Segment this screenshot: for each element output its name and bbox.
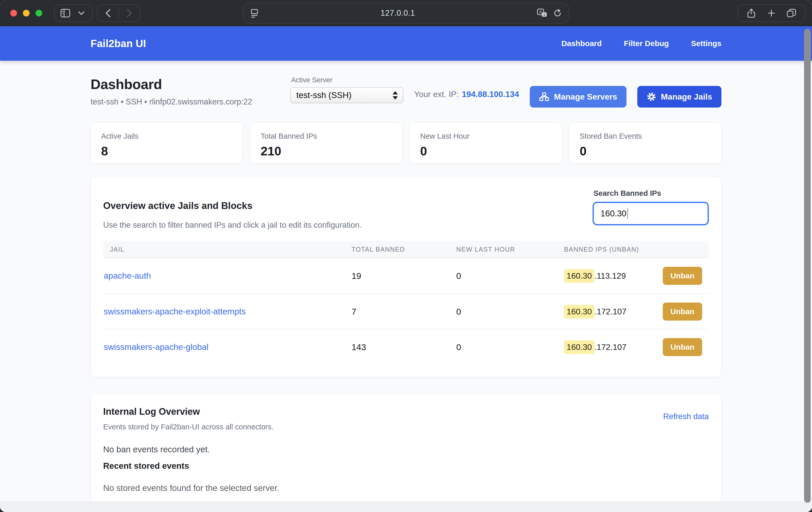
chevron-down-icon[interactable]	[76, 6, 87, 20]
jail-link[interactable]: swissmakers-apache-global	[103, 342, 208, 352]
new-tab-icon[interactable]	[766, 6, 777, 20]
tab-overview-icon[interactable]	[786, 6, 797, 20]
toolbar-divider	[118, 7, 119, 19]
sidebar-icon[interactable]	[60, 6, 71, 20]
page-title: Dashboard	[91, 76, 252, 92]
stat-card-new-last-hour: New Last Hour 0	[410, 122, 562, 164]
active-server-select[interactable]: test-ssh (SSH)	[290, 87, 403, 103]
browser-toolbar: 127.0.0.1 A a	[0, 0, 812, 26]
sitemap-icon	[539, 92, 549, 102]
translate-icon[interactable]: A a	[537, 8, 548, 18]
page-bottom-strip	[0, 501, 812, 512]
app-header: Fail2ban UI Dashboard Filter Debug Setti…	[0, 26, 812, 61]
log-description: Events stored by Fail2ban-UI across all …	[103, 423, 273, 431]
search-block: Search Banned IPs 160.30	[592, 189, 709, 225]
refresh-data-link[interactable]: Refresh data	[663, 412, 709, 421]
nav-settings[interactable]: Settings	[691, 39, 721, 48]
address-bar[interactable]: 127.0.0.1 A a	[243, 3, 569, 24]
ip-rest: .113.129	[594, 271, 626, 281]
overview-title: Overview active Jails and Blocks	[103, 200, 362, 211]
no-ban-events-text: No ban events recorded yet.	[103, 445, 709, 454]
stat-value: 0	[580, 144, 711, 158]
app-brand: Fail2ban UI	[91, 38, 146, 49]
column-header-jail: JAIL	[103, 246, 351, 253]
unban-button[interactable]: Unban	[663, 303, 702, 320]
stat-value: 0	[420, 144, 551, 158]
ip-match-highlight: 160.30	[564, 340, 594, 354]
forward-icon[interactable]	[123, 6, 135, 20]
search-input-value: 160.30	[601, 209, 627, 219]
new-last-hour-value: 0	[456, 271, 564, 281]
stat-card-active-jails: Active Jails 8	[91, 122, 243, 164]
stat-value: 210	[261, 144, 392, 158]
jail-link[interactable]: apache-auth	[103, 271, 151, 280]
browser-window: 127.0.0.1 A a	[0, 0, 812, 512]
active-server-label: Active Server	[291, 76, 403, 84]
svg-text:a: a	[543, 13, 545, 17]
total-banned-value: 143	[351, 342, 456, 352]
jail-link[interactable]: swissmakers-apache-exploit-attempts	[103, 307, 246, 316]
vertical-scrollbar[interactable]	[804, 29, 811, 503]
internal-log-card: Internal Log Overview Events stored by F…	[91, 394, 721, 506]
external-ip-label: Your ext. IP:	[414, 89, 459, 99]
text-caret	[627, 208, 628, 219]
external-ip-link[interactable]: 194.88.100.134	[462, 89, 519, 99]
overview-description: Use the search to filter banned IPs and …	[103, 221, 362, 230]
ip-match-highlight: 160.30	[564, 269, 594, 283]
sidebar-toggle-group	[54, 4, 93, 22]
active-server-block: Active Server test-ssh (SSH)	[290, 76, 403, 103]
nav-filter-debug[interactable]: Filter Debug	[624, 39, 669, 48]
column-header-new-last-hour: NEW LAST HOUR	[456, 246, 564, 253]
history-nav-group	[97, 4, 141, 22]
overview-title-block: Overview active Jails and Blocks Use the…	[103, 189, 362, 230]
log-title: Internal Log Overview	[103, 406, 273, 417]
select-arrows-icon	[393, 91, 398, 99]
page-header-row: Dashboard test-ssh • SSH • rlinfp02.swis…	[91, 61, 721, 108]
manage-jails-button[interactable]: Manage Jails	[637, 86, 721, 108]
banned-ip: 160.30.113.129	[564, 269, 626, 283]
new-last-hour-value: 0	[456, 307, 564, 317]
active-server-selected: test-ssh (SSH)	[296, 90, 393, 100]
traffic-lights	[10, 10, 42, 17]
reload-icon[interactable]	[553, 8, 562, 18]
url-text[interactable]: 127.0.0.1	[259, 8, 537, 18]
page-settings-icon[interactable]	[250, 8, 259, 18]
unban-button[interactable]: Unban	[663, 267, 702, 285]
stat-label: Active Jails	[101, 132, 232, 140]
nav-dashboard[interactable]: Dashboard	[561, 39, 602, 48]
share-icon[interactable]	[746, 6, 757, 20]
address-bar-actions: A a	[537, 8, 562, 18]
manage-servers-label: Manage Servers	[554, 92, 617, 102]
page-subtitle: test-ssh • SSH • rlinfp02.swissmakers.co…	[91, 97, 252, 107]
table-header: JAIL TOTAL BANNED NEW LAST HOUR BANNED I…	[103, 241, 709, 258]
search-input[interactable]: 160.30	[592, 202, 709, 225]
jails-table: JAIL TOTAL BANNED NEW LAST HOUR BANNED I…	[103, 241, 709, 365]
recent-stored-events-heading: Recent stored events	[103, 461, 709, 471]
close-window-button[interactable]	[10, 10, 17, 17]
manage-servers-button[interactable]: Manage Servers	[530, 86, 626, 108]
ip-rest: .172.107	[594, 342, 627, 352]
stat-label: New Last Hour	[420, 132, 551, 140]
search-label: Search Banned IPs	[593, 189, 709, 198]
column-header-total-banned: TOTAL BANNED	[351, 246, 456, 253]
page-controls: Active Server test-ssh (SSH) Your ext. I…	[290, 76, 721, 108]
column-header-banned-ips: BANNED IPS (UNBAN)	[564, 246, 709, 253]
banned-ip: 160.30.172.107	[564, 305, 626, 318]
page-title-block: Dashboard test-ssh • SSH • rlinfp02.swis…	[91, 76, 252, 107]
zoom-window-button[interactable]	[35, 10, 42, 17]
total-banned-value: 7	[351, 307, 456, 317]
stat-label: Stored Ban Events	[580, 132, 711, 140]
page-content: Dashboard test-ssh • SSH • rlinfp02.swis…	[0, 61, 812, 512]
unban-button[interactable]: Unban	[663, 338, 702, 356]
banned-ip: 160.30.172.107	[564, 340, 626, 354]
overview-card: Overview active Jails and Blocks Use the…	[91, 176, 721, 377]
ip-rest: .172.107	[594, 307, 627, 316]
no-stored-events-text: No stored events found for the selected …	[103, 483, 709, 493]
svg-text:A: A	[539, 10, 542, 14]
back-icon[interactable]	[103, 6, 114, 20]
log-title-block: Internal Log Overview Events stored by F…	[103, 406, 273, 431]
stat-cards-row: Active Jails 8 Total Banned IPs 210 New …	[91, 122, 721, 164]
gear-icon	[646, 92, 656, 102]
minimize-window-button[interactable]	[23, 10, 30, 17]
new-last-hour-value: 0	[456, 342, 564, 352]
